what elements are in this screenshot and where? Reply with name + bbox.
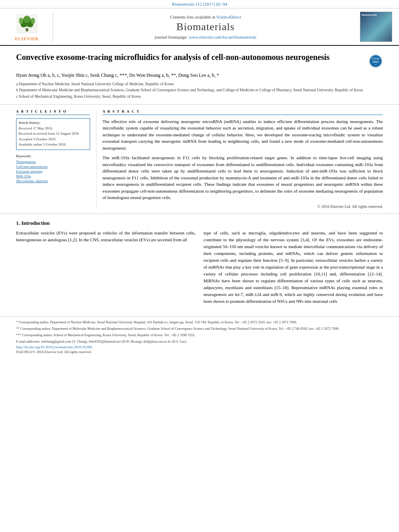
keyword-cell-non-autonomous[interactable]: Cell-non-autonomous — [16, 164, 90, 168]
footnotes-section: * Corresponding author. Department of Nu… — [0, 316, 399, 357]
footnote-3: *** Corresponding author. School of Mech… — [16, 333, 383, 338]
journal-name: Biomaterials — [177, 21, 235, 33]
svg-text:Mark: Mark — [372, 60, 379, 63]
article-info-heading: A R T I C L E I N F O — [16, 109, 90, 115]
homepage-link[interactable]: www.elsevier.com/locate/biomaterials — [189, 35, 257, 39]
affiliation-b: b Department of Molecular Medicine and B… — [16, 88, 383, 93]
publisher-logo-area: ELSEVIER — [5, 12, 53, 42]
footnote-1: * Corresponding author. Department of Nu… — [16, 320, 383, 325]
introduction-columns: Extracellular vesicles (EVs) were propos… — [16, 230, 383, 308]
svg-text:Cross: Cross — [372, 57, 380, 60]
article-title-section: Convective exosome-tracing microfluidics… — [0, 46, 399, 105]
svg-point-6 — [19, 18, 23, 24]
intro-col-right: type of cells, such as microglia, oligod… — [204, 230, 383, 308]
affiliation-a: a Department of Nuclear Medicine, Seoul … — [16, 82, 383, 87]
article-info-panel: A R T I C L E I N F O Article history: R… — [16, 109, 97, 209]
revised-date: Received in revised form 12 August 2016 — [19, 131, 88, 137]
abstract-body: The effective role of exosome delivering… — [103, 118, 383, 201]
intro-text-right: type of cells, such as microglia, oligod… — [204, 230, 383, 305]
article-title: Convective exosome-tracing microfluidics… — [16, 52, 364, 62]
copyright-text: © 2016 Elsevier Ltd. All rights reserved… — [103, 204, 383, 209]
svg-rect-1 — [26, 28, 28, 31]
abstract-panel: A B S T R A C T The effective role of ex… — [97, 109, 383, 209]
citation-text: Biomaterials 112 (2017) 82–94 — [172, 2, 227, 6]
received-date: Received 17 May 2016 — [19, 126, 88, 131]
footnote-email: E-mail addresses: sidchung@gmail.com (S.… — [16, 339, 383, 344]
elsevier-tree-icon — [15, 13, 39, 35]
svg-point-7 — [31, 18, 35, 24]
abstract-paragraph-2: The miR-193a facilitated neurogenesis in… — [103, 154, 383, 201]
introduction-section: 1. Introduction Extracellular vesicles (… — [0, 214, 399, 314]
title-row: Convective exosome-tracing microfluidics… — [16, 52, 383, 68]
journal-citation: Biomaterials 112 (2017) 82–94 — [0, 0, 399, 8]
affiliations-block: a Department of Nuclear Medicine, Seoul … — [16, 82, 383, 99]
contents-available-text: Contents lists available at ScienceDirec… — [170, 14, 241, 19]
intro-col-left: Extracellular vesicles (EVs) were propos… — [16, 230, 195, 308]
keyword-neurogenesis[interactable]: Neurogenesis — [16, 160, 90, 164]
intro-text-left: Extracellular vesicles (EVs) were propos… — [16, 230, 195, 243]
keyword-exosome-imaging[interactable]: Exosome imaging — [16, 169, 90, 173]
authors-line: Hyun Jeong Oh a, b, c, Yoojin Shin c, Se… — [16, 72, 383, 78]
homepage-text: journal homepage: www.elsevier.com/locat… — [155, 35, 257, 39]
history-label: Article history: — [19, 121, 88, 125]
info-abstract-section: A R T I C L E I N F O Article history: R… — [0, 105, 399, 214]
journal-cover-area: Biomaterials — [358, 12, 394, 42]
affiliation-c: c School of Mechanical Engineering, Kore… — [16, 94, 383, 99]
keywords-label: Keywords: — [16, 154, 90, 158]
keyword-mir193a[interactable]: MiR-193a — [16, 174, 90, 178]
abstract-heading: A B S T R A C T — [103, 109, 383, 115]
keyword-microfluidic[interactable]: Microfluidic platform — [16, 179, 90, 183]
accepted-date: Accepted 3 October 2016 — [19, 137, 88, 142]
journal-cover-image: Biomaterials — [360, 12, 392, 42]
svg-point-5 — [23, 16, 31, 23]
journal-title-area: Contents lists available at ScienceDirec… — [57, 12, 354, 42]
sciencedirect-link[interactable]: ScienceDirect — [216, 14, 241, 19]
issn-text: 0142-9612/© 2016 Elsevier Ltd. All right… — [16, 350, 383, 354]
available-date: Available online 5 October 2016 — [19, 142, 88, 148]
introduction-heading: 1. Introduction — [16, 220, 383, 226]
crossmark-badge[interactable]: Cross Mark ✓ — [368, 54, 383, 68]
footnote-2: ** Corresponding author. Department of M… — [16, 326, 383, 331]
journal-header: ELSEVIER Contents lists available at Sci… — [0, 8, 399, 46]
svg-text:✓: ✓ — [375, 64, 376, 66]
doi-link[interactable]: http://dx.doi.org/10.1016/j.biomaterials… — [16, 345, 383, 349]
article-history: Article history: Received 17 May 2016 Re… — [16, 118, 90, 150]
elsevier-wordmark: ELSEVIER — [15, 37, 39, 41]
abstract-paragraph-1: The effective role of exosome delivering… — [103, 118, 383, 152]
